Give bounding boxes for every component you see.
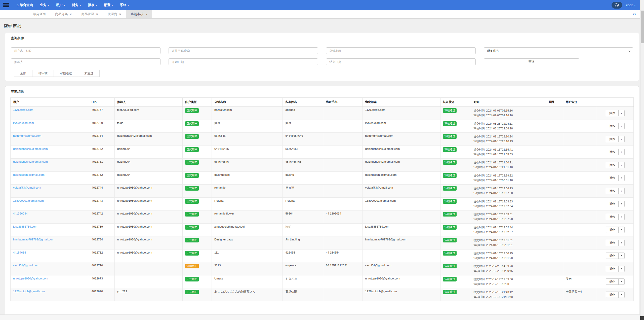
action-split-button[interactable]: 操作 ▼ [606, 292, 625, 298]
user-link[interactable]: daishucheshi6@gmail.com [13, 147, 48, 150]
cell-account-type: 正式用户 [182, 236, 212, 250]
action-split-button[interactable]: 操作 ▼ [606, 162, 625, 168]
chat-button[interactable] [612, 2, 622, 9]
action-button[interactable]: 操作 [606, 253, 618, 259]
action-button[interactable]: 操作 [606, 292, 618, 298]
action-button[interactable]: 操作 [606, 136, 618, 142]
action-dropdown-icon[interactable]: ▼ [618, 188, 624, 194]
action-dropdown-icon[interactable]: ▼ [618, 214, 624, 220]
action-split-button[interactable]: 操作 ▼ [606, 175, 625, 181]
action-dropdown-icon[interactable]: ▼ [618, 149, 624, 155]
end-date-input[interactable] [326, 58, 476, 65]
action-button[interactable]: 操作 [606, 201, 618, 207]
cell-time: 提交时间: 2024-01-16T19:03:33 审核时间: 2024-01-… [471, 197, 546, 210]
scrollbar-thumb[interactable] [641, 11, 644, 43]
action-split-button[interactable]: 操作 ▼ [606, 266, 625, 272]
user-link[interactable]: 1228ishidoh@gmail.com [13, 290, 45, 293]
menu-icon[interactable] [3, 3, 9, 7]
start-date-input[interactable] [169, 58, 318, 65]
tab-shop-audit[interactable]: 店铺审核 ✕ [126, 10, 152, 18]
nav-item-overview[interactable]: ⌂ 综合查询 [17, 3, 33, 7]
close-icon[interactable]: ✕ [145, 13, 147, 16]
nav-item-config[interactable]: 配置 ▾ [104, 3, 113, 7]
nav-item-user[interactable]: 用户 ▾ [56, 3, 65, 7]
action-dropdown-icon[interactable]: ▼ [618, 136, 624, 142]
action-button[interactable]: 操作 [606, 162, 618, 168]
action-dropdown-icon[interactable]: ▼ [618, 292, 624, 298]
user-link[interactable]: 11212@qq.com [13, 108, 33, 111]
action-button[interactable]: 操作 [606, 149, 618, 155]
user-link[interactable]: 168000001@gmail.com [13, 199, 44, 202]
cell-phone: 86 13521212321 [323, 262, 363, 275]
action-split-button[interactable]: 操作 ▼ [606, 214, 625, 220]
action-split-button[interactable]: 操作 ▼ [606, 253, 625, 259]
cell-uid: 4012762 [89, 146, 115, 159]
action-button[interactable]: 操作 [606, 110, 618, 116]
tab-overview[interactable]: 综合查询 [28, 10, 50, 18]
action-split-button[interactable]: 操作 ▼ [606, 136, 625, 142]
shop-name-input[interactable] [326, 47, 476, 54]
query-button[interactable]: 查询 [484, 58, 579, 65]
user-link[interactable]: daishuceshi@gmail.com [13, 173, 45, 176]
close-icon[interactable]: ✕ [70, 13, 72, 16]
status-tab-approved[interactable]: 审核通过 [54, 70, 78, 77]
action-dropdown-icon[interactable]: ▼ [618, 240, 624, 246]
user-menu[interactable]: root ▾ [626, 3, 635, 7]
status-tab-rejected[interactable]: 未通过 [78, 70, 100, 77]
action-button[interactable]: 操作 [606, 214, 618, 220]
status-tab-all[interactable]: 全部 [14, 70, 32, 77]
username-uid-input[interactable] [11, 47, 160, 54]
action-dropdown-icon[interactable]: ▼ [618, 279, 624, 285]
user-link[interactable]: hgfhfhgfh@gmail.com [13, 134, 41, 137]
account-type-select[interactable]: 所有账号 [484, 47, 633, 54]
cell-remark [563, 146, 597, 159]
user-link[interactable]: 441396034 [13, 212, 28, 215]
action-button[interactable]: 操作 [606, 227, 618, 233]
close-icon[interactable]: ✕ [96, 13, 98, 16]
action-split-button[interactable]: 操作 ▼ [606, 188, 625, 194]
action-split-button[interactable]: 操作 ▼ [606, 201, 625, 207]
nav-item-business[interactable]: 业务 ▾ [40, 3, 49, 7]
user-link[interactable]: kvalen@qq.com [13, 121, 34, 124]
nav-item-system[interactable]: 系统 ▾ [120, 3, 129, 7]
action-dropdown-icon[interactable]: ▼ [618, 227, 624, 233]
action-dropdown-icon[interactable]: ▼ [618, 253, 624, 259]
action-button[interactable]: 操作 [606, 123, 618, 129]
action-button[interactable]: 操作 [606, 266, 618, 272]
action-button[interactable]: 操作 [606, 279, 618, 285]
referrer-input[interactable] [11, 58, 160, 65]
action-dropdown-icon[interactable]: ▼ [618, 175, 624, 181]
user-link[interactable]: vsfafaf73@gmail.com [13, 186, 41, 189]
user-link[interactable]: linmiaomiao789789@gmail.com [13, 238, 54, 241]
action-dropdown-icon[interactable]: ▼ [618, 110, 624, 116]
action-button[interactable]: 操作 [606, 188, 618, 194]
status-tab-pending[interactable]: 待审核 [32, 70, 54, 77]
tab-agent[interactable]: 代理商 ✕ [103, 10, 126, 18]
action-split-button[interactable]: 操作 ▼ [606, 149, 625, 155]
action-split-button[interactable]: 操作 ▼ [606, 278, 625, 285]
action-dropdown-icon[interactable]: ▼ [618, 266, 624, 272]
action-split-button[interactable]: 操作 ▼ [606, 110, 625, 116]
action-dropdown-icon[interactable]: ▼ [618, 123, 624, 129]
action-split-button[interactable]: 操作 ▼ [606, 227, 625, 233]
user-link[interactable]: 44154654 [13, 251, 26, 254]
tab-product-category[interactable]: 商品分类 ✕ [50, 10, 76, 18]
user-link[interactable]: Lisa@856789.com [13, 225, 37, 228]
refresh-icon[interactable]: ↻ [633, 10, 636, 19]
scrollbar[interactable] [640, 0, 644, 320]
action-split-button[interactable]: 操作 ▼ [606, 123, 625, 129]
status-badge: 审核通过 [443, 134, 457, 139]
nav-item-finance[interactable]: 财务 ▾ [72, 3, 81, 7]
tab-product-manage[interactable]: 商品管理 ✕ [76, 10, 103, 18]
action-dropdown-icon[interactable]: ▼ [618, 201, 624, 207]
id-number-input[interactable] [169, 47, 318, 54]
action-split-button[interactable]: 操作 ▼ [606, 240, 625, 246]
action-dropdown-icon[interactable]: ▼ [618, 162, 624, 168]
action-button[interactable]: 操作 [606, 240, 618, 246]
user-link[interactable]: unrotope1980@yahoo.com [13, 277, 48, 280]
user-link[interactable]: daishucheshi2@gmail.com [13, 160, 48, 163]
action-button[interactable]: 操作 [606, 175, 618, 181]
nav-item-report[interactable]: 报表 ▾ [88, 3, 97, 7]
user-link[interactable]: ceshi01@gmail.com [13, 264, 39, 267]
close-icon[interactable]: ✕ [119, 13, 121, 16]
